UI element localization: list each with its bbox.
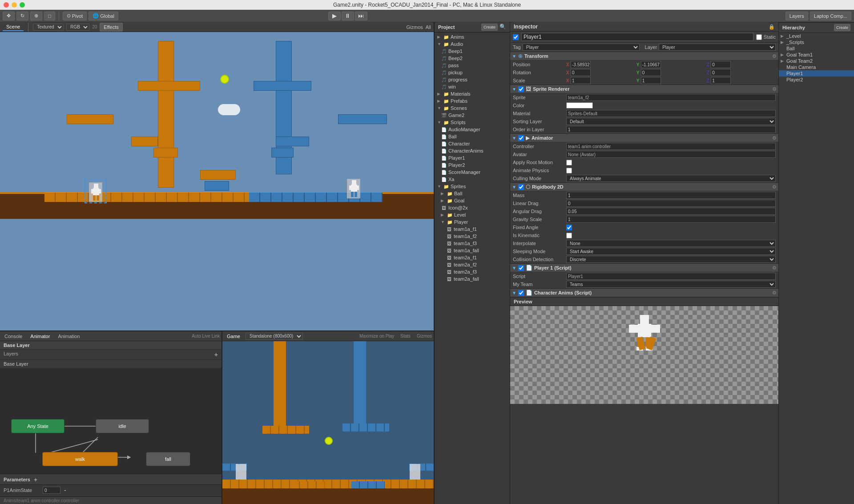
rotation-y-input[interactable]: 0 — [641, 69, 661, 76]
scale-x-input[interactable]: 1 — [571, 77, 591, 84]
project-item-sprites[interactable]: ▼ 📁 Sprites — [435, 183, 509, 190]
layout-button[interactable]: Laptop Comp... — [810, 12, 851, 20]
remove-param-button[interactable]: - — [64, 487, 66, 494]
project-item-player2-script[interactable]: 📄 Player2 — [435, 161, 509, 169]
sprite-renderer-toggle[interactable]: ▼ — [512, 87, 516, 92]
interpolate-dropdown[interactable]: None — [566, 240, 776, 247]
rigidbody2d-toggle[interactable]: ▼ — [512, 185, 516, 190]
hierarchy-item-player2[interactable]: Player2 — [779, 77, 854, 83]
project-item-scoremanager[interactable]: 📄 ScoreManager — [435, 169, 509, 176]
transform-toggle[interactable]: ▼ — [512, 54, 516, 59]
project-item-progress[interactable]: 🎵 progress — [435, 76, 509, 83]
position-x-input[interactable]: -3.58932 — [571, 61, 591, 68]
layer-dropdown[interactable]: Player — [659, 44, 776, 51]
static-checkbox[interactable] — [756, 34, 762, 40]
player-script-enabled[interactable] — [518, 265, 524, 271]
order-in-layer-input[interactable] — [566, 126, 776, 133]
hierarchy-item-maincamera[interactable]: Main Camera — [779, 64, 854, 70]
project-item-materials[interactable]: ▶ 📁 Materials — [435, 90, 509, 97]
tools-move[interactable]: ✥ — [3, 12, 15, 20]
tab-scene[interactable]: Scene — [3, 23, 24, 31]
scale-z-input[interactable]: 1 — [711, 77, 731, 84]
add-layer-button[interactable]: + — [214, 351, 218, 358]
animate-physics-checkbox[interactable] — [566, 168, 572, 173]
project-item-team1a-f2[interactable]: 🖼 team1a_f2 — [435, 233, 509, 240]
material-value[interactable]: Sprites-Default — [566, 110, 776, 117]
project-item-scripts[interactable]: ▼ 📁 Scripts — [435, 119, 509, 126]
project-item-beep1[interactable]: 🎵 Beep1 — [435, 48, 509, 55]
sprite-renderer-settings-icon[interactable]: ⚙ — [772, 86, 777, 92]
project-item-audiomanager[interactable]: 📄 AudioManager — [435, 126, 509, 133]
hierarchy-item-ball[interactable]: Ball — [779, 45, 854, 52]
state-idle[interactable]: idle — [96, 419, 149, 433]
project-item-pass[interactable]: 🎵 pass — [435, 62, 509, 69]
mass-input[interactable] — [566, 192, 776, 199]
project-create-button[interactable]: Create — [481, 24, 498, 31]
close-button[interactable] — [4, 2, 9, 8]
minimize-button[interactable] — [12, 2, 17, 8]
project-item-audio[interactable]: ▼ 📁 Audio — [435, 40, 509, 48]
rotation-z-input[interactable]: 0 — [711, 69, 731, 76]
sprite-renderer-enabled[interactable] — [518, 86, 524, 92]
game-resolution-dropdown[interactable]: Standalone (800x600) — [246, 333, 303, 340]
script-value[interactable]: Player1 — [566, 273, 776, 280]
game-content[interactable] — [222, 341, 434, 504]
culling-mode-dropdown[interactable]: Always Animate — [566, 175, 776, 182]
character-anims-toggle[interactable]: ▼ — [512, 290, 516, 295]
controller-value[interactable]: team1 anim controller — [566, 143, 776, 150]
param-value-p1animstate[interactable] — [43, 487, 60, 494]
project-item-player1-script[interactable]: 📄 Player1 — [435, 154, 509, 161]
rigidbody2d-settings-icon[interactable]: ⚙ — [772, 184, 777, 190]
tools-rect[interactable]: □ — [44, 12, 55, 20]
player-script-settings-icon[interactable]: ⚙ — [772, 265, 777, 271]
avatar-value[interactable]: None (Avatar) — [566, 151, 776, 158]
linear-drag-input[interactable] — [566, 200, 776, 207]
project-item-goal[interactable]: ▶ 📁 Goal — [435, 197, 509, 204]
tab-animator[interactable]: Animator — [28, 333, 52, 340]
hierarchy-item-scripts[interactable]: ▶ _Scripts — [779, 39, 854, 45]
hierarchy-item-goalteam2[interactable]: ▶ Goal Team2 — [779, 58, 854, 64]
project-search-icon[interactable]: 🔍 — [500, 24, 506, 31]
rigidbody2d-enabled[interactable] — [518, 184, 524, 190]
hierarchy-create-button[interactable]: Create — [834, 24, 850, 31]
tag-dropdown[interactable]: Player — [523, 44, 640, 51]
tab-console[interactable]: Console — [2, 333, 25, 340]
character-anims-settings-icon[interactable]: ⚙ — [772, 290, 777, 296]
color-swatch[interactable] — [566, 102, 593, 109]
transform-settings-icon[interactable]: ⚙ — [772, 53, 777, 59]
object-active-checkbox[interactable] — [513, 34, 519, 40]
project-item-characteranims[interactable]: 📄 CharacterAnims — [435, 147, 509, 154]
inspector-lock-icon[interactable]: 🔒 — [769, 24, 775, 30]
angular-drag-input[interactable] — [566, 208, 776, 215]
project-item-win[interactable]: 🎵 win — [435, 83, 509, 90]
window-controls[interactable] — [4, 2, 25, 8]
maximize-button[interactable] — [20, 2, 25, 8]
step-button[interactable]: ⏭ — [355, 12, 367, 20]
project-item-game2[interactable]: 🎬 Game2 — [435, 112, 509, 119]
sorting-layer-dropdown[interactable]: Default — [566, 118, 776, 125]
play-button[interactable]: ▶ — [328, 12, 341, 20]
scale-y-input[interactable]: 1 — [641, 77, 661, 84]
effects-button[interactable]: Effects — [100, 23, 122, 32]
sleeping-mode-dropdown[interactable]: Start Awake — [566, 248, 776, 255]
pause-button[interactable]: ⏸ — [342, 12, 354, 20]
layers-button[interactable]: Layers — [786, 12, 808, 20]
animator-comp-toggle[interactable]: ▼ — [512, 136, 516, 141]
project-item-prefabs[interactable]: ▶ 📁 Prefabs — [435, 97, 509, 105]
object-name-input[interactable] — [521, 33, 753, 41]
project-item-beep2[interactable]: 🎵 Beep2 — [435, 55, 509, 62]
add-param-button[interactable]: + — [34, 476, 37, 483]
project-item-icon2x[interactable]: 🖼 Icon@2x — [435, 204, 509, 211]
project-item-xa[interactable]: 📄 Xa — [435, 176, 509, 183]
position-z-input[interactable]: 0 — [711, 61, 731, 68]
project-item-team2a-f3[interactable]: 🖼 team2a_f3 — [435, 268, 509, 275]
my-team-dropdown[interactable]: Teams — [566, 281, 776, 288]
gravity-scale-input[interactable] — [566, 216, 776, 223]
fixed-angle-checkbox[interactable] — [566, 225, 572, 230]
project-item-team1a-f1[interactable]: 🖼 team1a_f1 — [435, 226, 509, 233]
hierarchy-item-player1[interactable]: Player1 — [779, 70, 854, 77]
project-item-team2a-f1[interactable]: 🖼 team2a_f1 — [435, 254, 509, 261]
project-item-team2a-fall[interactable]: 🖼 team2a_fall — [435, 275, 509, 282]
animator-comp-settings-icon[interactable]: ⚙ — [772, 135, 777, 141]
color-mode-dropdown[interactable]: RGB — [66, 24, 89, 31]
